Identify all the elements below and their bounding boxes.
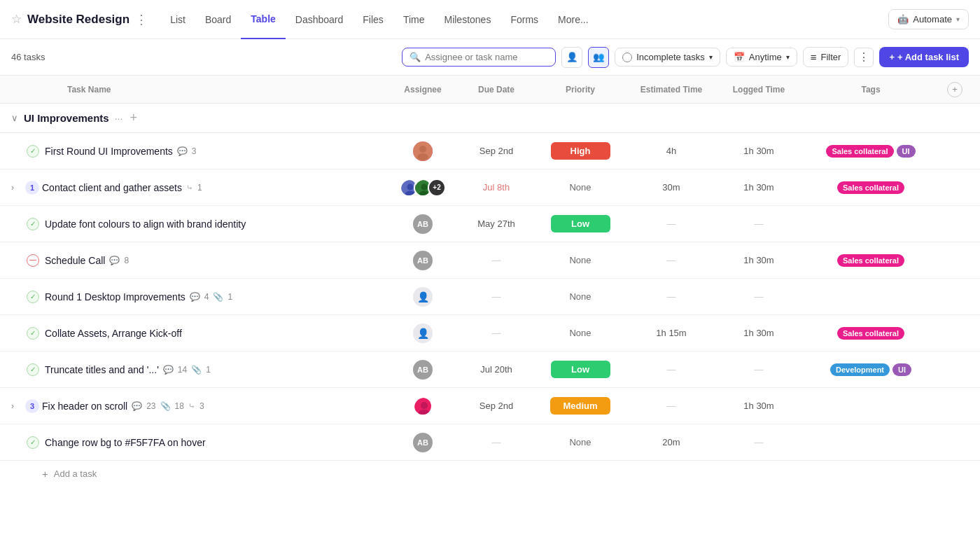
status-done-icon: ✓ — [27, 436, 39, 449]
est-time-cell: 30m — [626, 182, 717, 193]
assignee-cell — [388, 141, 458, 161]
tab-board[interactable]: Board — [195, 0, 241, 39]
filter-button[interactable]: ≡ Filter — [803, 47, 849, 67]
priority-cell[interactable]: Medium — [535, 397, 626, 415]
tab-forms[interactable]: Forms — [500, 0, 548, 39]
tab-list[interactable]: List — [160, 0, 195, 39]
assignee-cell: AB — [388, 433, 458, 452]
priority-cell[interactable]: None — [535, 182, 626, 193]
assignee-single-button[interactable]: 👤 — [561, 47, 582, 68]
est-time-cell: — — [626, 364, 717, 375]
row-status[interactable]: ✓ — [25, 436, 41, 449]
project-more-icon[interactable]: ⋮ — [135, 12, 148, 27]
priority-cell[interactable]: None — [535, 437, 626, 447]
tab-time[interactable]: Time — [393, 0, 435, 39]
due-date-cell: — — [458, 437, 535, 447]
tag-ui: UI — [892, 363, 911, 376]
priority-badge: Low — [551, 361, 610, 378]
assignee-group-button[interactable]: 👥 — [588, 47, 609, 68]
logged-time-cell: — — [717, 291, 801, 302]
logged-time-cell: 1h 30m — [717, 255, 801, 265]
tab-dashboard[interactable]: Dashboard — [286, 0, 354, 39]
task-comment-count: 3 — [192, 146, 197, 156]
avatar: AB — [413, 251, 433, 270]
assignee-cell: AB — [388, 251, 458, 270]
plus-icon: + — [889, 52, 895, 62]
row-status[interactable]: ✓ — [25, 327, 41, 340]
row-status[interactable] — [25, 254, 41, 267]
col-tags: Tags — [801, 85, 941, 95]
priority-none: None — [569, 328, 591, 338]
svg-point-4 — [407, 183, 414, 190]
avatar — [413, 141, 433, 161]
row-expand[interactable]: › — [11, 183, 25, 193]
assignee-cell: AB — [388, 360, 458, 380]
row-expand[interactable]: › — [11, 401, 25, 411]
priority-cell[interactable]: None — [535, 255, 626, 265]
task-attachment-icon: 📎 — [160, 401, 171, 411]
assignee-cell: 👤 — [388, 324, 458, 343]
due-date-cell: Jul 20th — [458, 364, 535, 375]
row-status[interactable]: ✓ — [25, 291, 41, 303]
tag-development: Development — [830, 363, 890, 376]
task-name-text[interactable]: Truncate titles and and '...' — [45, 364, 159, 375]
priority-cell[interactable]: None — [535, 328, 626, 338]
table-row: ✓ First Round UI Improvements 💬 3 Sep 2n… — [0, 133, 980, 169]
tab-table[interactable]: Table — [241, 0, 286, 39]
add-task-row[interactable]: + Add a task — [0, 461, 980, 487]
tags-cell: Sales collateral — [801, 181, 941, 194]
task-name-text[interactable]: Round 1 Desktop Improvements — [45, 291, 186, 303]
person-icon: 👤 — [566, 52, 578, 62]
priority-cell[interactable]: None — [535, 291, 626, 302]
tab-more[interactable]: More... — [548, 0, 598, 39]
priority-cell[interactable]: Low — [535, 361, 626, 378]
star-icon[interactable]: ☆ — [11, 12, 22, 27]
tag-sales-collateral: Sales collateral — [837, 254, 904, 267]
table-row: ✓ Truncate titles and and '...' 💬 14 📎 1… — [0, 352, 980, 388]
est-time-cell: — — [626, 401, 717, 411]
search-input[interactable] — [425, 52, 548, 62]
task-subtask-count: 3 — [200, 401, 204, 411]
col-add[interactable]: + — [941, 82, 969, 97]
search-box[interactable]: 🔍 — [402, 48, 556, 67]
avatar: AB — [413, 433, 433, 452]
tags-cell: Sales collateral — [801, 254, 941, 267]
more-options-button[interactable]: ⋮ — [854, 48, 874, 67]
priority-cell[interactable]: Low — [535, 215, 626, 232]
task-name-text[interactable]: Change row bg to #F5F7FA on hover — [45, 437, 206, 448]
task-name-text[interactable]: Schedule Call — [45, 255, 105, 266]
task-name-text[interactable]: Contact client and gather assets — [42, 182, 182, 193]
group-more-icon[interactable]: ··· — [115, 113, 123, 124]
add-task-list-button[interactable]: + + Add task list — [879, 47, 969, 67]
est-time-cell: — — [626, 255, 717, 265]
assignee-cell: 👤 — [388, 287, 458, 307]
svg-point-10 — [421, 402, 428, 409]
due-date-cell: Sep 2nd — [458, 401, 535, 411]
task-name-text[interactable]: Collate Assets, Arrange Kick-off — [45, 328, 182, 339]
task-attachment-count: 1 — [227, 292, 232, 302]
task-name-text[interactable]: Fix header on scroll — [42, 401, 127, 412]
table-row: Schedule Call 💬 8 AB — None — 1h 30m Sal… — [0, 242, 980, 279]
row-status[interactable]: ✓ — [25, 363, 41, 376]
due-date-cell: Jul 8th — [458, 182, 535, 193]
row-num-badge: 3 — [25, 399, 39, 413]
anytime-button[interactable]: 📅 Anytime ▾ — [726, 48, 797, 67]
nav-tabs: List Board Table Dashboard Files Time Mi… — [160, 0, 598, 39]
add-column-button[interactable]: + — [947, 82, 962, 97]
row-status[interactable]: ✓ — [25, 218, 41, 230]
group-name: UI Improvements — [24, 112, 109, 124]
tab-milestones[interactable]: Milestones — [434, 0, 500, 39]
est-time-cell: — — [626, 291, 717, 302]
tags-cell: Sales collateral UI — [801, 145, 941, 158]
automate-button[interactable]: 🤖 Automate ▾ — [888, 9, 969, 29]
incomplete-tasks-button[interactable]: Incomplete tasks ▾ — [615, 48, 720, 67]
col-est-time: Estimated Time — [626, 85, 717, 95]
tab-files[interactable]: Files — [353, 0, 393, 39]
group-add-icon[interactable]: + — [130, 111, 137, 125]
task-name-text[interactable]: Update font colours to align with brand … — [45, 218, 246, 230]
group-collapse-icon[interactable]: ∨ — [11, 113, 18, 123]
avatar: AB — [413, 214, 433, 234]
task-name-text[interactable]: First Round UI Improvements — [45, 146, 173, 157]
row-status[interactable]: ✓ — [25, 145, 41, 158]
priority-cell[interactable]: High — [535, 142, 626, 160]
